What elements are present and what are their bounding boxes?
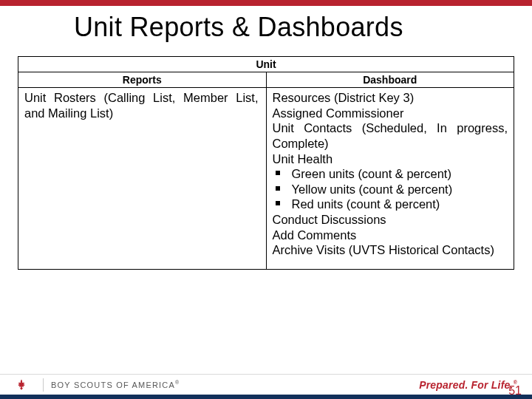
bullet-icon <box>276 186 280 191</box>
tagline: Prepared. For Life.® <box>419 379 517 391</box>
reports-body: Unit Rosters (Calling List, Member List,… <box>24 90 259 120</box>
table-heading-row: Unit <box>18 57 514 72</box>
bottom-decorative-bar <box>0 395 532 399</box>
page-title: Unit Reports & Dashboards <box>74 12 532 43</box>
page-number: 51 <box>508 384 522 398</box>
bullet-icon <box>276 201 280 205</box>
dashboard-line: Archive Visits (UVTS Historical Contacts… <box>273 242 508 258</box>
dashboard-line: Unit Health <box>273 151 508 167</box>
bullet-label: Yellow units (count & percent) <box>292 183 453 196</box>
dashboard-line: Unit Contacts (Scheduled, In progress, C… <box>273 120 508 151</box>
list-item: Red units (count & percent) <box>273 197 508 212</box>
bullet-icon <box>276 171 280 175</box>
dashboard-line: Conduct Discussions <box>273 212 508 228</box>
fleur-de-lis-icon <box>15 378 28 392</box>
top-decorative-bar <box>0 0 532 6</box>
column-heading-dashboard: Dashboard <box>266 72 514 88</box>
dashboard-line: Add Comments <box>273 228 508 243</box>
column-heading-reports: Reports <box>18 72 267 88</box>
dashboard-cell: Resources (District Key 3) Assigned Comm… <box>266 88 514 270</box>
brand-label: BOY SCOUTS OF AMERICA® <box>51 380 180 389</box>
footer-bar: BOY SCOUTS OF AMERICA® Prepared. For Lif… <box>0 374 532 395</box>
dashboard-line: Assigned Commissioner <box>273 106 508 121</box>
registered-mark: ® <box>175 380 180 385</box>
reports-cell: Unit Rosters (Calling List, Member List,… <box>18 88 267 270</box>
list-item: Yellow units (count & percent) <box>273 182 508 197</box>
bullet-label: Green units (count & percent) <box>292 167 451 180</box>
unit-health-bullets: Green units (count & percent) Yellow uni… <box>273 166 508 212</box>
divider <box>43 378 44 392</box>
unit-table: Unit Reports Dashboard Unit Rosters (Cal… <box>18 56 514 270</box>
list-item: Green units (count & percent) <box>273 166 508 182</box>
dashboard-line: Resources (District Key 3) <box>273 90 508 106</box>
footer: BOY SCOUTS OF AMERICA® Prepared. For Lif… <box>0 374 532 399</box>
bullet-label: Red units (count & percent) <box>292 197 440 211</box>
